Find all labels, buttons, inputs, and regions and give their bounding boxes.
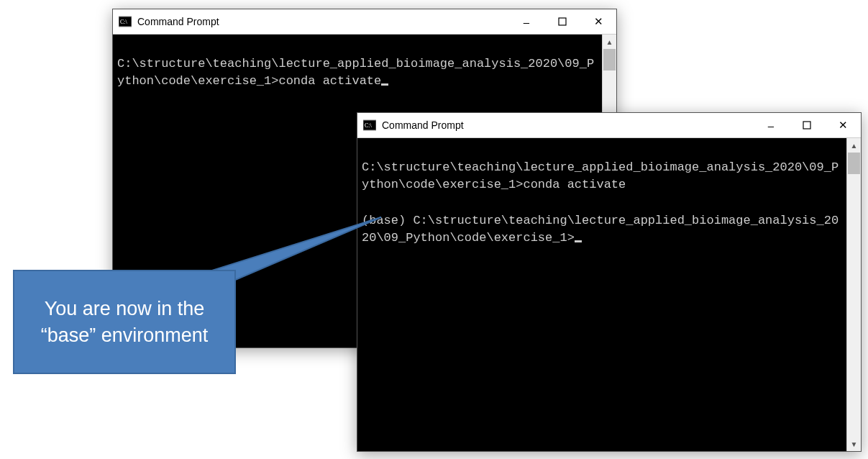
- cmd-icon: C:\: [119, 15, 132, 28]
- text-cursor: [575, 240, 582, 242]
- scroll-down-arrow[interactable]: ▼: [847, 437, 861, 451]
- svg-rect-7: [803, 122, 810, 129]
- svg-rect-3: [559, 18, 566, 25]
- vertical-scrollbar[interactable]: ▲ ▼: [846, 138, 861, 451]
- cmd-icon: C:\: [363, 119, 376, 132]
- callout-text: You are now in the “base” environment: [24, 296, 224, 348]
- scroll-thumb[interactable]: [848, 153, 860, 174]
- scroll-up-arrow[interactable]: ▲: [603, 35, 616, 49]
- annotation-callout: You are now in the “base” environment: [13, 270, 236, 374]
- maximize-button[interactable]: [544, 9, 580, 34]
- titlebar[interactable]: C:\ Command Prompt – ✕: [357, 113, 861, 138]
- minimize-button[interactable]: –: [753, 113, 789, 137]
- minimize-button[interactable]: –: [508, 9, 544, 34]
- maximize-button[interactable]: [789, 113, 825, 137]
- svg-text:C:\: C:\: [365, 122, 373, 129]
- terminal-output[interactable]: C:\structure\teaching\lecture_applied_bi…: [357, 138, 846, 451]
- window-title: Command Prompt: [137, 16, 508, 27]
- window-controls: – ✕: [508, 9, 616, 34]
- window-title: Command Prompt: [382, 119, 753, 131]
- scroll-up-arrow[interactable]: ▲: [847, 138, 861, 153]
- command-prompt-window-2: C:\ Command Prompt – ✕ C:\structure\teac…: [357, 112, 862, 452]
- text-cursor: [381, 83, 388, 86]
- scroll-track[interactable]: [847, 153, 861, 437]
- close-button[interactable]: ✕: [580, 9, 616, 34]
- svg-text:C:\: C:\: [120, 19, 128, 25]
- scroll-thumb[interactable]: [603, 49, 616, 71]
- window-controls: – ✕: [753, 113, 861, 137]
- close-button[interactable]: ✕: [825, 113, 861, 137]
- client-area: C:\structure\teaching\lecture_applied_bi…: [357, 138, 861, 451]
- titlebar[interactable]: C:\ Command Prompt – ✕: [113, 9, 616, 35]
